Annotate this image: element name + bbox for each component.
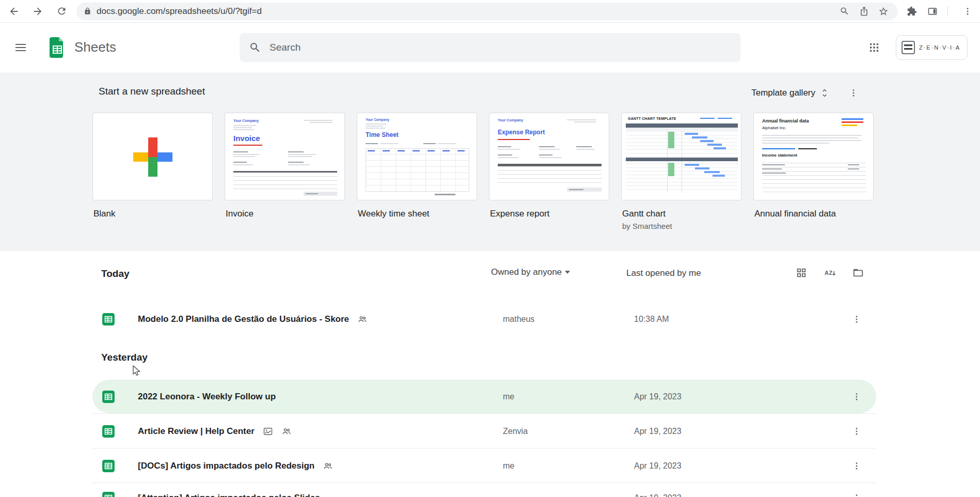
template-thumbnail <box>92 113 213 200</box>
file-date: Apr 19, 2023 <box>634 493 682 497</box>
template-gallery-button[interactable]: Template gallery <box>746 84 835 102</box>
browser-menu-button[interactable] <box>960 4 975 19</box>
mouse-cursor <box>130 365 141 377</box>
side-panel-icon <box>927 6 938 17</box>
more-vert-icon <box>852 427 861 436</box>
hamburger-icon <box>15 42 26 53</box>
file-title: Article Review | Help Center <box>138 426 255 437</box>
template-label: Invoice <box>225 209 345 219</box>
sort-az-icon: A Z <box>824 267 836 279</box>
more-vert-icon <box>852 461 861 471</box>
file-date: Apr 19, 2023 <box>634 392 682 401</box>
file-owner: Zenvia <box>503 427 528 436</box>
file-title: [Attention] Artigos impactados pelos Sli… <box>138 493 320 497</box>
template-card-gantt-chart[interactable]: GANTT CHART TEMPLATE <box>621 113 741 230</box>
sort-az-button[interactable]: A Z <box>818 261 841 284</box>
back-button[interactable] <box>5 3 23 20</box>
forward-button[interactable] <box>29 3 46 20</box>
share-button[interactable] <box>857 4 871 19</box>
sheets-file-icon <box>102 425 115 438</box>
template-section: Start a new spreadsheet Template gallery… <box>0 72 980 251</box>
row-more-menu-button[interactable] <box>846 456 867 476</box>
zoom-button[interactable] <box>837 4 851 19</box>
file-title: Modelo 2.0 Planilha de Gestão de Usuário… <box>138 314 349 324</box>
template-card-annual-financial-data[interactable]: Annual financial data Alphabet Inc. Inco… <box>753 113 874 230</box>
template-card-weekly-time-sheet[interactable]: Your Company Time Sheet Weekly time <box>357 113 477 230</box>
svg-text:Z: Z <box>829 270 833 276</box>
template-label: Blank <box>92 209 213 219</box>
sheets-file-icon <box>102 313 115 326</box>
template-thumbnail: Your Company Invoice <box>225 113 345 200</box>
bookmark-button[interactable] <box>876 4 891 19</box>
sheets-logo[interactable] <box>50 37 65 58</box>
file-title: [DOCs] Artigos impactados pelo Redesign <box>138 461 314 471</box>
open-file-picker-button[interactable] <box>847 261 870 284</box>
template-gallery-label: Template gallery <box>751 88 815 98</box>
side-panel-button[interactable] <box>925 4 940 19</box>
search-input[interactable] <box>270 42 731 53</box>
search-bar[interactable] <box>240 33 740 62</box>
template-thumbnail: Annual financial data Alphabet Inc. Inco… <box>753 113 874 200</box>
file-row[interactable]: 2022 Leonora - Weekly Follow up me Apr 1… <box>0 379 980 414</box>
file-row[interactable]: Modelo 2.0 Planilha de Gestão de Usuário… <box>0 302 980 336</box>
file-owner: me <box>503 392 514 401</box>
more-vert-icon <box>852 392 861 401</box>
file-date: Apr 19, 2023 <box>634 461 682 471</box>
template-label: Weekly time sheet <box>357 209 477 219</box>
template-card-blank[interactable]: Blank <box>92 113 213 230</box>
grid-view-button[interactable] <box>790 261 813 284</box>
reload-icon <box>56 6 67 17</box>
shared-people-icon <box>357 314 368 324</box>
workspace-brand-text: Z·E·N·V·I·A <box>919 44 960 51</box>
shared-people-icon <box>281 426 292 437</box>
template-label: Annual financial data <box>753 209 874 219</box>
reload-button[interactable] <box>53 3 70 20</box>
shared-people-icon <box>323 461 333 471</box>
file-list: Today Owned by anyone Last opened by me … <box>0 251 980 497</box>
url-text: docs.google.com/spreadsheets/u/0/?tgif=d <box>97 6 837 17</box>
template-card-expense-report[interactable]: Your Company Expense Report <box>489 113 609 230</box>
row-more-menu-button[interactable] <box>846 421 867 442</box>
file-owner: matheus <box>503 315 534 324</box>
more-vert-icon <box>852 493 861 497</box>
toolbar-divider <box>947 6 948 17</box>
share-icon <box>859 6 869 16</box>
section-label-today: Today <box>101 268 130 279</box>
template-label: Expense report <box>489 209 609 219</box>
template-label: Gantt chart <box>621 209 741 219</box>
forward-icon <box>32 6 43 17</box>
file-title: 2022 Leonora - Weekly Follow up <box>138 392 276 402</box>
sheets-file-icon <box>102 459 115 473</box>
row-more-menu-button[interactable] <box>846 309 867 330</box>
sheets-file-icon <box>102 491 115 497</box>
template-card-invoice[interactable]: Your Company Invoice <box>225 113 345 230</box>
template-thumbnail: Your Company Time Sheet <box>357 113 477 200</box>
more-vert-icon <box>849 88 858 98</box>
last-opened-sort-button[interactable]: Last opened by me <box>626 268 701 278</box>
section-label-yesterday: Yesterday <box>101 352 148 363</box>
app-title[interactable]: Sheets <box>74 39 116 55</box>
row-more-menu-button[interactable] <box>846 488 867 497</box>
file-row[interactable]: [Attention] Artigos impactados pelos Sli… <box>0 480 980 497</box>
owned-by-filter[interactable]: Owned by anyone <box>491 267 570 277</box>
workspace-badge[interactable]: Z·E·N·V·I·A <box>896 35 968 60</box>
svg-text:A: A <box>825 270 829 276</box>
row-more-menu-button[interactable] <box>846 386 867 407</box>
file-row[interactable]: Article Review | Help Center Zenvia Apr … <box>0 414 980 448</box>
template-thumbnail: GANTT CHART TEMPLATE <box>621 113 741 200</box>
more-vert-icon <box>963 7 972 16</box>
caret-down-icon <box>565 271 570 274</box>
template-section-menu-button[interactable] <box>843 83 864 103</box>
main-menu-button[interactable] <box>8 35 33 60</box>
file-date: Apr 19, 2023 <box>634 427 682 436</box>
file-date: 10:38 AM <box>634 315 669 324</box>
zoom-icon <box>840 6 849 16</box>
unfold-more-icon <box>819 88 830 98</box>
back-icon <box>8 6 20 17</box>
file-row[interactable]: [DOCs] Artigos impactados pelo Redesign … <box>0 448 980 483</box>
extensions-button[interactable] <box>904 4 920 19</box>
address-bar[interactable]: docs.google.com/spreadsheets/u/0/?tgif=d <box>76 3 898 20</box>
folder-icon <box>852 267 864 278</box>
google-apps-button[interactable] <box>862 35 887 60</box>
puzzle-icon <box>907 6 917 17</box>
